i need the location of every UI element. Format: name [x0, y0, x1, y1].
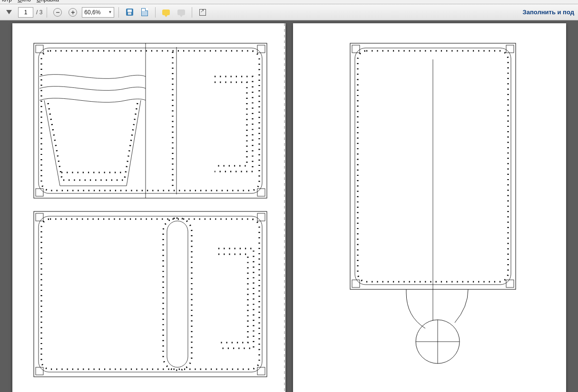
speech-bubble-icon	[162, 10, 170, 15]
svg-rect-5	[36, 189, 43, 196]
svg-line-12	[48, 103, 62, 181]
separator	[118, 7, 119, 18]
note-button[interactable]	[175, 6, 187, 19]
zoom-in-button[interactable]: +	[67, 6, 79, 19]
svg-line-13	[124, 103, 137, 181]
menu-bar: ютр Окно Справка	[0, 0, 578, 4]
toolbar: / 3 − + 60,6% ▼ Заполнить и под	[0, 4, 578, 20]
svg-rect-22	[167, 221, 188, 367]
svg-rect-1	[34, 43, 267, 198]
svg-rect-18	[257, 213, 265, 221]
separator	[155, 7, 156, 18]
svg-rect-6	[257, 189, 265, 196]
svg-rect-28	[352, 280, 360, 287]
note-icon	[177, 10, 185, 15]
svg-rect-4	[257, 45, 265, 53]
document-viewer[interactable]	[0, 20, 578, 392]
separator	[192, 7, 192, 18]
fullscreen-icon	[199, 9, 206, 16]
svg-rect-21	[41, 219, 259, 369]
menu-view[interactable]: ютр	[2, 0, 12, 3]
zoom-level-select[interactable]: 60,6% ▼	[82, 7, 114, 18]
comment-button[interactable]	[160, 6, 172, 19]
svg-rect-23	[163, 218, 192, 370]
svg-rect-19	[36, 367, 43, 375]
fill-and-sign-button[interactable]: Заполнить и под	[523, 9, 575, 16]
fullscreen-button[interactable]	[196, 6, 209, 19]
menu-help[interactable]: Справка	[37, 0, 59, 3]
svg-rect-9	[41, 51, 259, 191]
arrow-down-icon	[6, 10, 12, 14]
save-button[interactable]	[123, 6, 136, 19]
plus-icon: +	[69, 8, 77, 17]
svg-rect-20	[257, 367, 265, 375]
document-page-1	[12, 23, 285, 392]
page-view-button[interactable]	[138, 6, 151, 19]
svg-rect-3	[36, 45, 43, 53]
page-total-label: / 3	[36, 9, 42, 16]
svg-rect-29	[506, 280, 514, 287]
page-number-input[interactable]	[18, 7, 33, 18]
svg-rect-17	[36, 213, 43, 221]
separator	[47, 7, 47, 18]
document-page-2	[293, 23, 566, 392]
menu-window[interactable]: Окно	[18, 0, 31, 3]
minus-icon: −	[53, 8, 62, 17]
svg-rect-27	[506, 45, 514, 53]
svg-rect-26	[352, 45, 360, 53]
page-icon	[141, 8, 148, 16]
zoom-value: 60,6%	[84, 9, 100, 16]
svg-rect-2	[39, 48, 262, 193]
dropdown-arrow-icon: ▼	[108, 10, 112, 14]
svg-rect-15	[34, 211, 267, 377]
save-icon	[126, 9, 133, 16]
next-page-button[interactable]	[3, 6, 15, 19]
zoom-out-button[interactable]: −	[51, 6, 64, 19]
